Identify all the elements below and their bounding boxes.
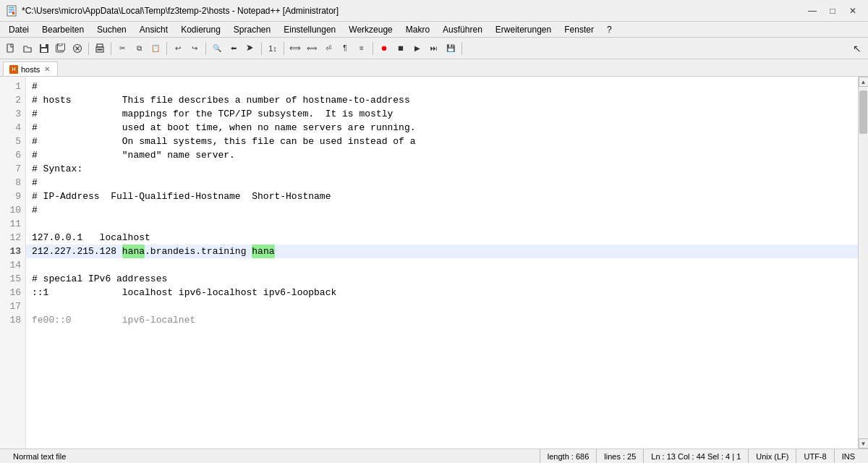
find-prev-button[interactable]: ⬅ (226, 41, 242, 56)
highlight-hana1: hana (122, 245, 145, 258)
toolbar-separator-8 (461, 42, 462, 55)
line-num-17: 17 (0, 300, 25, 313)
paste-button[interactable]: 📋 (148, 41, 163, 56)
line-num-2: 2 (0, 93, 25, 107)
code-editor[interactable]: # # hosts This file describes a number o… (26, 77, 858, 449)
menu-bearbeiten[interactable]: Bearbeiten (36, 23, 90, 36)
macro-record-button[interactable]: ⏺ (376, 41, 392, 56)
svg-rect-1 (9, 7, 14, 9)
maximize-button[interactable]: □ (823, 3, 842, 19)
menu-einstellungen[interactable]: Einstellungen (278, 23, 341, 36)
line-num-15: 15 (0, 272, 25, 286)
code-line-1: # (26, 80, 858, 93)
title-controls: — □ ✕ (803, 3, 862, 19)
status-length: length : 686 (540, 449, 597, 463)
line-num-14: 14 (0, 258, 25, 272)
svg-rect-16 (97, 44, 103, 47)
zoom-in-button[interactable]: 1↕ (265, 41, 281, 56)
code-line-10: # (26, 203, 858, 217)
macro-save-button[interactable]: 💾 (443, 41, 459, 56)
tab-close-button[interactable]: ✕ (43, 65, 51, 74)
cut-button[interactable]: ✂ (114, 41, 130, 56)
tab-file-icon: H (9, 65, 18, 74)
line-num-12: 12 (0, 231, 25, 245)
menu-help[interactable]: ? (601, 23, 618, 36)
word-wrap-button[interactable]: ⏎ (320, 41, 336, 56)
menu-fenster[interactable]: Fenster (558, 23, 600, 36)
line-num-13: 13 (0, 245, 25, 258)
svg-rect-4 (12, 12, 14, 14)
tab-hosts[interactable]: H hosts ✕ (3, 61, 58, 76)
line-num-4: 4 (0, 121, 25, 135)
toolbar-separator-6 (284, 42, 284, 55)
code-line-17 (26, 300, 858, 313)
menu-erweiterungen[interactable]: Erweiterungen (490, 23, 557, 36)
menu-suchen[interactable]: Suchen (91, 23, 132, 36)
menu-ansicht[interactable]: Ansicht (134, 23, 174, 36)
line-num-18: 18 (0, 313, 25, 327)
menu-kodierung[interactable]: Kodierung (175, 23, 226, 36)
scroll-up-arrow[interactable]: ▲ (859, 77, 869, 87)
line-num-7: 7 (0, 162, 25, 176)
svg-rect-3 (9, 12, 12, 13)
redo-button[interactable]: ↪ (187, 41, 203, 56)
title-bar-left: *C:\Users\micro\AppData\Local\Temp\fz3te… (6, 5, 339, 17)
code-line-3: # mappings for the TCP/IP subsystem. It … (26, 107, 858, 121)
scroll-down-arrow[interactable]: ▼ (859, 438, 869, 449)
minimize-button[interactable]: — (803, 3, 822, 19)
all-chars-button[interactable]: ¶ (337, 41, 353, 56)
menu-ausfuehren[interactable]: Ausführen (437, 23, 488, 36)
new-button[interactable] (3, 41, 19, 56)
sync-scroll-v-button[interactable]: ⟺ (287, 41, 303, 56)
line-num-9: 9 (0, 190, 25, 203)
menu-sprachen[interactable]: Sprachen (228, 23, 276, 36)
line-num-1: 1 (0, 80, 25, 93)
status-line-ending: Unix (LF) (749, 449, 796, 463)
code-line-14 (26, 258, 858, 272)
code-line-15: # special IPv6 addresses (26, 272, 858, 286)
vertical-scrollbar[interactable]: ▲ ▼ (858, 77, 868, 449)
save-all-button[interactable] (53, 41, 69, 56)
menu-werkzeuge[interactable]: Werkzeuge (343, 23, 398, 36)
window-title: *C:\Users\micro\AppData\Local\Temp\fz3te… (22, 6, 339, 16)
indent-guide-button[interactable]: ≡ (354, 41, 370, 56)
svg-rect-17 (98, 49, 102, 50)
svg-rect-5 (7, 44, 13, 52)
code-line-5: # On small systems, this file can be use… (26, 135, 858, 148)
toolbar-separator-1 (88, 42, 89, 55)
status-encoding: UTF-8 (796, 449, 834, 463)
code-line-9: # IP-Address Full-Qualified-Hostname Sho… (26, 190, 858, 203)
code-line-2: # hosts This file describes a number of … (26, 93, 858, 107)
scroll-track[interactable] (859, 87, 868, 438)
code-line-7: # Syntax: (26, 162, 858, 176)
macro-stop-button[interactable]: ⏹ (393, 41, 409, 56)
find-next-button[interactable]: ⮞ (242, 41, 258, 56)
macro-play-button[interactable]: ▶ (409, 41, 425, 56)
open-button[interactable] (20, 41, 35, 56)
svg-rect-2 (9, 9, 14, 11)
code-line-6: # "named" name server. (26, 148, 858, 162)
sync-scroll-h-button[interactable]: ⟺ (304, 41, 320, 56)
menu-bar: Datei Bearbeiten Suchen Ansicht Kodierun… (0, 22, 868, 38)
close-button[interactable]: ✕ (843, 3, 862, 19)
status-lines: lines : 25 (597, 449, 644, 463)
scroll-thumb[interactable] (859, 90, 867, 134)
code-line-8: # (26, 176, 858, 190)
menu-makro[interactable]: Makro (400, 23, 435, 36)
line-num-11: 11 (0, 217, 25, 231)
print-button[interactable] (92, 41, 108, 56)
find-button[interactable]: 🔍 (209, 41, 225, 56)
copy-button[interactable]: ⧉ (131, 41, 147, 56)
macro-run-button[interactable]: ⏭ (426, 41, 442, 56)
undo-button[interactable]: ↩ (170, 41, 186, 56)
toolbar-separator-7 (373, 42, 373, 55)
code-line-11 (26, 217, 858, 231)
close-file-button[interactable] (69, 41, 85, 56)
highlight-hana2: hana (252, 245, 274, 258)
tab-bar: H hosts ✕ (0, 59, 868, 77)
code-line-18: fe00::0 ipv6-localnet (26, 313, 858, 327)
save-button[interactable] (36, 41, 52, 56)
menu-datei[interactable]: Datei (3, 23, 35, 36)
toolbar-separator-3 (166, 42, 167, 55)
tab-label: hosts (21, 65, 40, 74)
